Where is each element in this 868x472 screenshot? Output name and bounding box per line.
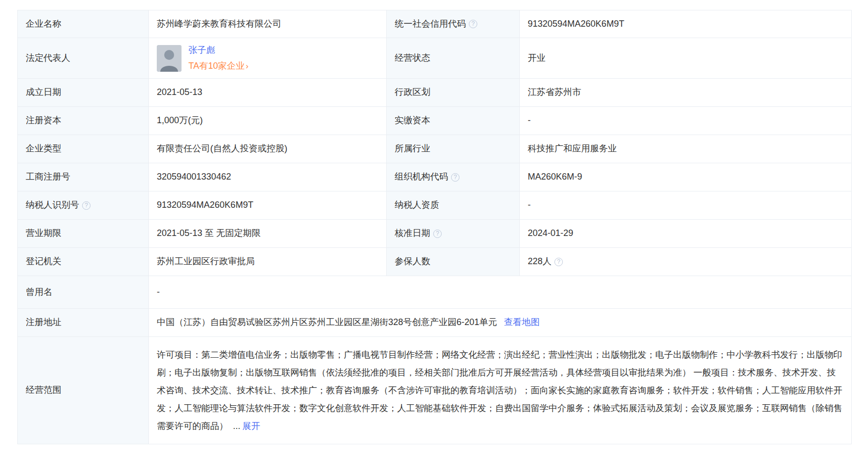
label-org-code: 组织机构代码 ? — [387, 163, 520, 191]
approval-date-text: 2024-01-29 — [528, 227, 573, 239]
label-text: 统一社会信用代码 — [395, 18, 466, 30]
label-legal-rep: 法定代表人 — [18, 38, 149, 79]
label-text: 行政区划 — [395, 86, 430, 98]
label-est-date: 成立日期 — [18, 79, 149, 107]
label-text: 参保人数 — [395, 255, 430, 268]
value-taxpayer-id: 91320594MA260K6M9T — [149, 191, 387, 220]
label-text: 经营状态 — [395, 52, 430, 64]
value-reg-capital: 1,000万(元) — [149, 107, 387, 135]
label-paid-capital: 实缴资本 — [387, 107, 520, 135]
label-text: 纳税人资质 — [395, 199, 439, 211]
help-icon-insured-count[interactable]: ? — [554, 258, 563, 266]
value-legal-rep: 张子彪 TA有10家企业› — [149, 38, 387, 79]
label-company-type: 企业类型 — [18, 135, 149, 163]
view-map-link[interactable]: 查看地图 — [504, 316, 540, 329]
person-avatar-icon — [157, 45, 182, 72]
value-company-type: 有限责任公司(自然人投资或控股) — [149, 135, 387, 163]
truncation-ellipsis: ... — [233, 421, 240, 431]
label-taxpayer-id: 纳税人识别号 ? — [18, 191, 149, 220]
label-text: 经营范围 — [26, 384, 61, 396]
industry-text: 科技推广和应用服务业 — [528, 142, 617, 155]
label-text: 法定代表人 — [26, 52, 70, 64]
help-icon-org-code[interactable]: ? — [451, 173, 459, 182]
org-code-text: MA260K6M-9 — [528, 171, 582, 183]
label-business-scope: 经营范围 — [18, 337, 149, 444]
label-text: 成立日期 — [26, 86, 61, 98]
value-industry: 科技推广和应用服务业 — [520, 135, 852, 163]
value-credit-code: 91320594MA260K6M9T — [520, 10, 852, 38]
company-info-table: 企业名称 苏州峰学蔚来教育科技有限公司 统一社会信用代码 ? 91320594M… — [17, 10, 852, 444]
label-reg-capital: 注册资本 — [18, 107, 149, 135]
label-reg-authority: 登记机关 — [18, 248, 149, 276]
value-reg-number: 320594001330462 — [149, 163, 387, 191]
label-text: 工商注册号 — [26, 171, 70, 183]
label-text: 组织机构代码 — [395, 171, 448, 183]
label-biz-term: 营业期限 — [18, 220, 149, 248]
value-biz-term: 2021-05-13 至 无固定期限 — [149, 220, 387, 248]
label-former-name: 曾用名 — [18, 276, 149, 309]
company-name-text: 苏州峰学蔚来教育科技有限公司 — [157, 18, 281, 30]
label-reg-address: 注册地址 — [18, 309, 149, 337]
business-scope-text: 许可项目：第二类增值电信业务；出版物零售；广播电视节目制作经营；网络文化经营；演… — [157, 350, 842, 431]
legal-rep-companies-link[interactable]: TA有10家企业› — [188, 60, 248, 72]
label-reg-number: 工商注册号 — [18, 163, 149, 191]
label-text: 实缴资本 — [395, 114, 430, 127]
value-org-code: MA260K6M-9 — [520, 163, 852, 191]
former-name-text: - — [157, 286, 160, 298]
label-text: 注册地址 — [26, 316, 61, 329]
label-text: 企业类型 — [26, 142, 61, 155]
value-biz-status: 开业 — [520, 38, 852, 79]
label-text: 登记机关 — [26, 255, 61, 268]
value-approval-date: 2024-01-29 — [520, 220, 852, 248]
label-taxpayer-qual: 纳税人资质 — [387, 191, 520, 220]
value-reg-authority: 苏州工业园区行政审批局 — [149, 248, 387, 276]
taxpayer-id-text: 91320594MA260K6M9T — [157, 199, 253, 211]
value-paid-capital: - — [520, 107, 852, 135]
help-icon-approval-date[interactable]: ? — [433, 230, 442, 238]
label-text: 营业期限 — [26, 227, 61, 239]
help-icon-taxpayer-id[interactable]: ? — [82, 201, 91, 210]
expand-link[interactable]: 展开 — [242, 421, 260, 431]
biz-status-text: 开业 — [528, 52, 546, 64]
label-approval-date: 核准日期 ? — [387, 220, 520, 248]
legal-rep-name-link[interactable]: 张子彪 — [188, 44, 248, 56]
taxpayer-qual-text: - — [528, 199, 531, 211]
value-reg-address: 中国（江苏）自由贸易试验区苏州片区苏州工业园区星湖街328号创意产业园6-201… — [149, 309, 852, 337]
paid-capital-text: - — [528, 114, 531, 127]
label-biz-status: 经营状态 — [387, 38, 520, 79]
label-credit-code: 统一社会信用代码 ? — [387, 10, 520, 38]
value-taxpayer-qual: - — [520, 191, 852, 220]
label-insured-count: 参保人数 — [387, 248, 520, 276]
label-industry: 所属行业 — [387, 135, 520, 163]
credit-code-text: 91320594MA260K6M9T — [528, 18, 624, 30]
est-date-text: 2021-05-13 — [157, 86, 202, 98]
value-admin-div: 江苏省苏州市 — [520, 79, 852, 107]
chevron-right-icon: › — [246, 61, 249, 71]
value-former-name: - — [149, 276, 852, 309]
legal-rep-avatar[interactable] — [157, 45, 182, 72]
admin-div-text: 江苏省苏州市 — [528, 86, 581, 98]
label-admin-div: 行政区划 — [387, 79, 520, 107]
reg-capital-text: 1,000万(元) — [157, 114, 203, 127]
reg-address-text: 中国（江苏）自由贸易试验区苏州片区苏州工业园区星湖街328号创意产业园6-201… — [157, 316, 497, 329]
label-company-name: 企业名称 — [18, 10, 149, 38]
label-text: 纳税人识别号 — [26, 199, 79, 211]
label-text: 曾用名 — [26, 286, 52, 298]
reg-number-text: 320594001330462 — [157, 171, 231, 183]
label-text: 核准日期 — [395, 227, 430, 239]
insured-count-text: 228人 — [528, 255, 551, 268]
company-type-text: 有限责任公司(自然人投资或控股) — [157, 142, 287, 155]
value-company-name: 苏州峰学蔚来教育科技有限公司 — [149, 10, 387, 38]
company-info-page: 企业名称 苏州峰学蔚来教育科技有限公司 统一社会信用代码 ? 91320594M… — [0, 0, 868, 454]
reg-authority-text: 苏州工业园区行政审批局 — [157, 255, 255, 268]
value-insured-count: 228人 ? — [520, 248, 852, 276]
companies-link-text: TA有10家企业 — [188, 61, 245, 71]
help-icon-credit-code[interactable]: ? — [469, 20, 477, 28]
label-text: 企业名称 — [26, 18, 61, 30]
label-text: 所属行业 — [395, 142, 430, 155]
value-est-date: 2021-05-13 — [149, 79, 387, 107]
value-business-scope: 许可项目：第二类增值电信业务；出版物零售；广播电视节目制作经营；网络文化经营；演… — [149, 337, 852, 444]
label-text: 注册资本 — [26, 114, 61, 127]
biz-term-text: 2021-05-13 至 无固定期限 — [157, 227, 261, 239]
